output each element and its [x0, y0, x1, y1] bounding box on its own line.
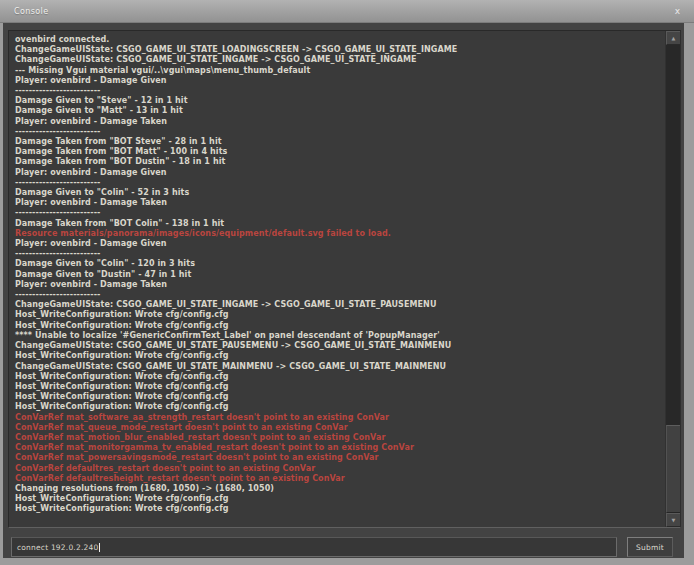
console-command-input[interactable]: connect 192.0.2.240 — [11, 537, 617, 557]
text-caret — [99, 543, 100, 552]
console-output[interactable]: ovenbird connected. ChangeGameUIState: C… — [8, 30, 681, 528]
console-line: ------------------------- — [15, 249, 659, 259]
console-line: ConVarRef mat_queue_mode_restart doesn't… — [15, 423, 659, 433]
console-line: ChangeGameUIState: CSGO_GAME_UI_STATE_MA… — [15, 362, 659, 372]
console-line: ChangeGameUIState: CSGO_GAME_UI_STATE_IN… — [15, 300, 659, 310]
console-window: Console x ovenbird connected. ChangeGame… — [0, 0, 694, 565]
close-icon[interactable]: x — [675, 5, 680, 17]
console-line: Player: ovenbird - Damage Taken — [15, 117, 659, 127]
console-line: ------------------------- — [15, 208, 659, 218]
console-line: ------------------------- — [15, 127, 659, 137]
console-line: Damage Given to "Dustin" - 47 in 1 hit — [15, 270, 659, 280]
console-line: Host_WriteConfiguration: Wrote cfg/confi… — [15, 351, 659, 361]
console-line: ------------------------- — [15, 178, 659, 188]
console-line: Player: ovenbird - Damage Given — [15, 76, 659, 86]
console-line: ConVarRef defaultres_restart doesn't poi… — [15, 464, 659, 474]
scroll-down-icon[interactable]: ▼ — [666, 513, 681, 527]
console-line: Host_WriteConfiguration: Wrote cfg/confi… — [15, 392, 659, 402]
console-log: ovenbird connected. ChangeGameUIState: C… — [9, 31, 663, 527]
console-line: ------------------------- — [15, 290, 659, 300]
console-line: Player: ovenbird - Damage Given — [15, 239, 659, 249]
console-line: Damage Given to "Colin" - 120 in 3 hits — [15, 259, 659, 269]
console-line: Damage Given to "Steve" - 12 in 1 hit — [15, 96, 659, 106]
console-line: Resource materials/panorama/images/icons… — [15, 229, 659, 239]
console-line: Damage Taken from "BOT Steve" - 28 in 1 … — [15, 137, 659, 147]
console-line: Damage Taken from "BOT Colin" - 138 in 1… — [15, 219, 659, 229]
console-line: Damage Given to "Colin" - 52 in 3 hits — [15, 188, 659, 198]
console-line: Host_WriteConfiguration: Wrote cfg/confi… — [15, 402, 659, 412]
console-line: ChangeGameUIState: CSGO_GAME_UI_STATE_IN… — [15, 55, 659, 65]
window-body: ovenbird connected. ChangeGameUIState: C… — [3, 23, 684, 558]
console-line: Changing resolutions from (1680, 1050) -… — [15, 484, 659, 494]
console-line: ConVarRef mat_monitorgamma_tv_enabled_re… — [15, 443, 659, 453]
console-line: Host_WriteConfiguration: Wrote cfg/confi… — [15, 382, 659, 392]
console-line: Host_WriteConfiguration: Wrote cfg/confi… — [15, 321, 659, 331]
scroll-up-icon[interactable]: ▲ — [666, 31, 681, 45]
scrollbar[interactable]: ▲ ▼ — [665, 31, 680, 527]
window-title: Console — [14, 7, 49, 16]
console-line: ovenbird connected. — [15, 35, 659, 45]
console-line: **** Unable to localize '#GenericConfirm… — [15, 331, 659, 341]
console-line: Player: ovenbird - Damage Taken — [15, 198, 659, 208]
console-line: Host_WriteConfiguration: Wrote cfg/confi… — [15, 372, 659, 382]
console-line: ------------------------- — [15, 86, 659, 96]
console-line: ChangeGameUIState: CSGO_GAME_UI_STATE_LO… — [15, 45, 659, 55]
console-line: ConVarRef mat_powersavingsmode_restart d… — [15, 453, 659, 463]
console-line: ConVarRef defaultresheight_restart doesn… — [15, 474, 659, 484]
console-line: Player: ovenbird - Damage Given — [15, 168, 659, 178]
console-line: Player: ovenbird - Damage Taken — [15, 280, 659, 290]
console-line: ChangeGameUIState: CSGO_GAME_UI_STATE_PA… — [15, 341, 659, 351]
console-line: Damage Taken from "BOT Dustin" - 18 in 1… — [15, 157, 659, 167]
console-line: Host_WriteConfiguration: Wrote cfg/confi… — [15, 310, 659, 320]
console-line: Host_WriteConfiguration: Wrote cfg/confi… — [15, 494, 659, 504]
console-line: ConVarRef mat_software_aa_strength_resta… — [15, 413, 659, 423]
console-line: Host_WriteConfiguration: Wrote cfg/confi… — [15, 504, 659, 514]
console-line: Damage Given to "Matt" - 13 in 1 hit — [15, 106, 659, 116]
console-line: --- Missing Vgui material vgui/..\vgui\m… — [15, 66, 659, 76]
console-line: Damage Taken from "BOT Matt" - 100 in 4 … — [15, 147, 659, 157]
scrollbar-thumb[interactable] — [666, 425, 681, 513]
console-line: ConVarRef mat_motion_blur_enabled_restar… — [15, 433, 659, 443]
title-bar[interactable]: Console x — [0, 0, 694, 23]
submit-button[interactable]: Submit — [627, 537, 673, 557]
command-input-value: connect 192.0.2.240 — [17, 543, 98, 552]
